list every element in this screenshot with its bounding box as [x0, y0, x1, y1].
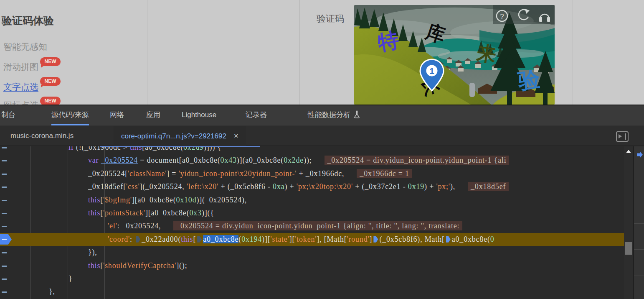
gutter-mark[interactable]: [2, 279, 7, 280]
new-badge: NEW: [40, 57, 61, 66]
gutter-mark[interactable]: [2, 291, 7, 293]
code-segment: :: [130, 235, 134, 243]
tab-performance-insights[interactable]: 性能数据分析: [308, 105, 360, 124]
code-line[interactable]: this['$bgImg'][a0_0xbc8e(0x10d)](_0x2055…: [0, 194, 624, 207]
close-icon[interactable]: ×: [234, 126, 238, 146]
code-line[interactable]: _0x205524['className'] = 'yidun_icon-poi…: [0, 167, 624, 180]
inline-step-marker-icon[interactable]: [197, 236, 202, 243]
inline-step-marker-icon[interactable]: [373, 236, 378, 243]
tab-sources[interactable]: 源代码/来源: [51, 105, 89, 125]
code-segment: 'px;': [436, 182, 450, 191]
captcha-char-1[interactable]: 特: [375, 28, 401, 55]
captcha-char-4[interactable]: 验: [516, 66, 542, 94]
gutter-mark[interactable]: [2, 213, 7, 214]
file-tab-label: core-optimi.q7n...n.js?v=2921692: [121, 132, 226, 140]
code-segment: 0x3: [189, 209, 201, 217]
execution-pointer-icon[interactable]: [0, 234, 12, 245]
code-editor[interactable]: if (!(_0x1966dc > this[a0_0xbc8e(0x2d9)]…: [0, 146, 624, 299]
code-segment: 0x10d: [176, 196, 196, 204]
editor-scrollbar[interactable]: [624, 146, 633, 299]
code-segment: 'token': [295, 235, 317, 243]
code-segment: + _0x1966dc,: [297, 169, 344, 178]
demo-page: 验证码体验 智能无感知 滑动拼图 NEW 文字点选 NEW 图标点选 NEW 验…: [0, 0, 644, 105]
code-line[interactable]: var _0x205524 = document[a0_0xbc8e(0x43)…: [0, 154, 624, 167]
code-line[interactable]: if (!(_0x1966dc > this[a0_0xbc8e(0x2d9)]…: [0, 146, 624, 154]
code-line[interactable]: this['shouldVerifyCaptcha']();: [0, 259, 624, 272]
code-segment: ) +: [424, 182, 436, 191]
divider: [573, 0, 573, 105]
gutter-mark[interactable]: [2, 200, 7, 201]
code-segment: if: [68, 146, 74, 151]
gutter-mark[interactable]: [2, 174, 7, 175]
sidebar-item-text-click[interactable]: 文字点选: [3, 81, 38, 93]
sidebar-item-slide[interactable]: 滑动拼图: [3, 61, 38, 73]
code-line[interactable]: 'el': _0x205524,_0x205524 = div.yidun_ic…: [0, 220, 624, 233]
gutter-mark[interactable]: [2, 187, 7, 188]
scroll-up-arrow[interactable]: [626, 150, 631, 153]
page-title: 验证码体验: [2, 14, 54, 28]
code-line[interactable]: }: [0, 272, 624, 285]
code-segment: 'yidun_icon-point\x20yidun_point-': [179, 169, 297, 178]
code-segment: 0x2d9: [183, 146, 204, 151]
captcha-image[interactable]: ? 特 库 来 验 长: [354, 5, 555, 105]
tab-application[interactable]: 应用: [146, 105, 160, 124]
code-segment: 0xa: [273, 182, 284, 191]
devtools-tabbar: 制台 源代码/来源 网络 应用 Lighthouse 记录器 性能数据分析: [0, 105, 644, 125]
gutter-mark[interactable]: [2, 226, 7, 227]
code-segment: [: [193, 235, 196, 243]
code-segment: ) +: [284, 182, 296, 191]
code-segment: _0x18d5ef[: [88, 182, 126, 191]
code-segment: )](a0_0xbc8e(: [237, 156, 284, 164]
code-segment: ][: [289, 235, 295, 243]
code-segment: this: [130, 146, 142, 151]
file-tab-core-optimi[interactable]: core-optimi.q7n...n.js?v=2921692×: [114, 126, 246, 146]
code-line[interactable]: },: [0, 285, 624, 298]
code-segment: 0: [490, 235, 494, 243]
code-segment: ][a0_0xbc8e(: [132, 196, 176, 204]
code-segment: + (_0x37c2e1 -: [353, 182, 408, 191]
code-segment: 'pointsStack': [103, 209, 145, 217]
new-badge: NEW: [40, 77, 61, 86]
code-line[interactable]: this['pointsStack'][a0_0xbc8e(0x3)]({: [0, 207, 624, 220]
gutter-mark[interactable]: [2, 160, 7, 161]
sidebar-item-sense[interactable]: 智能无感知: [3, 41, 47, 53]
scrollbar-thumb[interactable]: [625, 242, 632, 255]
gutter-mark[interactable]: [2, 266, 7, 267]
code-segment: )](_0x205524),: [196, 196, 247, 204]
inline-step-marker-icon[interactable]: [446, 236, 451, 243]
code-segment: ], [Math[: [317, 235, 347, 243]
selection-highlight: [100, 146, 260, 147]
code-line[interactable]: }),: [0, 246, 624, 259]
code-segment: 'shouldVerifyCaptcha': [103, 261, 176, 270]
inline-step-marker-icon[interactable]: [136, 236, 140, 243]
code-segment: ][a0_0xbc8e(: [145, 209, 190, 217]
gutter-mark[interactable]: [2, 252, 7, 253]
code-lines: if (!(_0x1966dc > this[a0_0xbc8e(0x2d9)]…: [0, 146, 624, 299]
code-line[interactable]: _0x18d5ef['css'](_0x205524, 'left:\x20' …: [0, 180, 624, 193]
code-segment: 'css': [126, 182, 140, 191]
sidebar-item-icon-click[interactable]: 图标点选: [3, 100, 38, 105]
tab-recorder[interactable]: 记录器: [246, 105, 267, 124]
code-segment: ),: [450, 182, 455, 191]
code-segment: )]({: [202, 209, 214, 217]
debugger-value-hint: _0x205524 = div.yidun_icon-point.yidun_p…: [173, 221, 462, 230]
code-segment: = document[a0_0xbc8e(: [138, 156, 221, 164]
devtools-panel: 制台 源代码/来源 网络 应用 Lighthouse 记录器 性能数据分析 mu…: [0, 105, 644, 299]
debugger-value-hint: _0x18d5ef: [468, 182, 509, 191]
tab-console[interactable]: 制台: [1, 105, 15, 124]
tab-network[interactable]: 网络: [110, 105, 124, 124]
gutter-mark[interactable]: [2, 147, 7, 148]
svg-text:1: 1: [429, 66, 434, 76]
new-badge: NEW: [40, 97, 61, 105]
code-line[interactable]: 'coord': _0x22ad00(this[a0_0xbc8e(0x194)…: [0, 233, 624, 246]
code-segment: this: [88, 261, 100, 270]
code-segment: (_0x5cb8f6), Math[: [379, 235, 444, 243]
tab-lighthouse[interactable]: Lighthouse: [182, 105, 216, 124]
captcha-label: 验证码: [317, 13, 344, 25]
file-tab-music-corona[interactable]: music-corona.min.js: [10, 126, 74, 146]
code-segment: ));: [304, 156, 312, 164]
code-segment: _0x205524[: [88, 169, 128, 178]
captcha-char-3[interactable]: 来: [475, 41, 498, 66]
toggle-panel-icon[interactable]: [616, 131, 629, 142]
code-segment: a0_0xbc8e(: [452, 235, 490, 243]
